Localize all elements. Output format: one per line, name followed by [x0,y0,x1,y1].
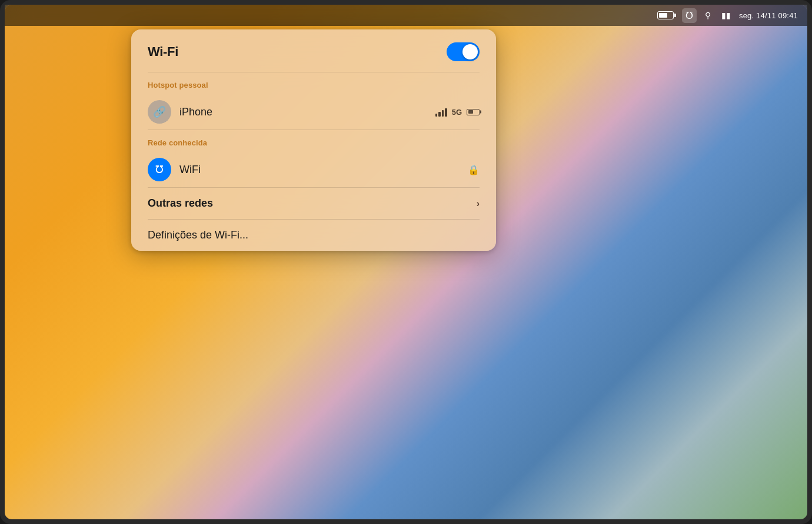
chevron-right-icon: › [477,198,480,209]
bar-4 [445,108,447,117]
mini-battery-fill [468,110,474,114]
mini-battery-body [467,109,480,115]
menubar-right: ℧ ⚲ ▮▮ seg. 14/11 09:41 [655,8,798,23]
outras-redes-label: Outras redes [148,197,213,210]
control-center-icon[interactable]: ▮▮ [719,9,733,21]
5g-badge: 5G [452,108,462,117]
iphone-meta: 5G [435,107,480,117]
search-menubar-icon[interactable]: ⚲ [703,9,713,21]
iphone-icon: 🔗 [148,100,171,124]
wifi-network-item[interactable]: ℧ WiFi 🔒 [131,152,496,187]
toggle-knob [462,44,478,59]
known-section-label: Rede conhecida [131,130,496,152]
wifi-panel-title: Wi-Fi [148,44,178,59]
wifi-net-icon: ℧ [155,163,164,176]
wifi-panel: Wi-Fi Hotspot pessoal 🔗 iPhone [131,29,496,251]
bar-3 [442,110,444,117]
chain-icon: 🔗 [153,105,166,118]
bar-2 [438,112,441,117]
battery-body [657,11,674,19]
definicoes-item[interactable]: Definições de Wi-Fi... [131,220,496,251]
iphone-hotspot-item[interactable]: 🔗 iPhone 5G [131,94,496,130]
wifi-network-name: WiFi [179,164,460,176]
wifi-toggle[interactable] [447,42,480,61]
wifi-icon-circle: ℧ [148,158,171,181]
outras-redes-item[interactable]: Outras redes › [131,188,496,219]
menubar: ℧ ⚲ ▮▮ seg. 14/11 09:41 [5,5,807,26]
screen-inner: ℧ ⚲ ▮▮ seg. 14/11 09:41 Wi-Fi [5,5,807,519]
definicoes-label: Definições de Wi-Fi... [148,229,248,241]
wifi-menubar-icon[interactable]: ℧ [682,8,697,23]
lock-icon: 🔒 [468,164,480,175]
wifi-header: Wi-Fi [131,29,496,72]
battery-fill [659,13,667,18]
screen-bezel: ℧ ⚲ ▮▮ seg. 14/11 09:41 Wi-Fi [0,0,812,524]
iphone-network-name: iPhone [179,106,427,118]
signal-bars [435,107,447,117]
battery-menubar-icon[interactable] [655,10,676,21]
bar-1 [435,114,438,117]
wifi-meta: 🔒 [468,164,480,175]
menubar-datetime: seg. 14/11 09:41 [739,11,798,20]
hotspot-section-label: Hotspot pessoal [131,72,496,94]
iphone-battery [467,109,480,115]
